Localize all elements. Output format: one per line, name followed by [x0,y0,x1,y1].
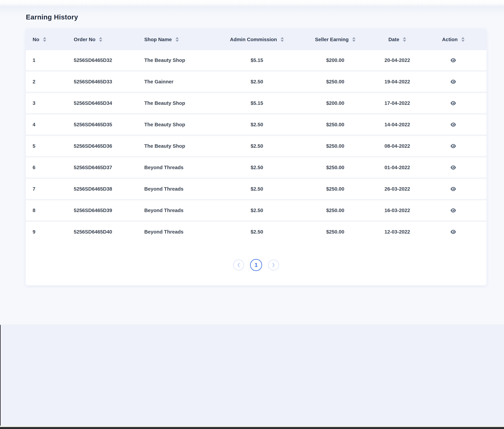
cell-order-no: 5256SD6465D38 [67,179,137,200]
cell-order-no: 5256SD6465D37 [67,157,137,179]
cell-order-no: 5256SD6465D32 [67,50,137,72]
column-header-action[interactable]: Action [420,29,486,50]
column-header-admin-commission[interactable]: Admin Commission [218,29,296,50]
earning-history-table: No Order No Shop Name Admin Commission S… [26,29,486,242]
cell-admin-commission: $2.50 [218,222,296,242]
table-row: 2 5256SD6465D33 The Gainner $2.50 $250.0… [26,72,486,93]
cell-date: 19-04-2022 [374,72,420,93]
cell-date: 26-03-2022 [374,179,420,200]
cell-order-no: 5256SD6465D40 [67,222,137,242]
cell-shop-name: Beyond Threads [137,222,218,242]
view-button[interactable] [448,163,458,172]
cell-date: 17-04-2022 [374,93,420,115]
view-button[interactable] [448,99,458,107]
cell-action [420,136,486,157]
table-row: 3 5256SD6465D34 The Beauty Shop $5.15 $2… [26,93,486,115]
horizontal-scrollbar-track[interactable] [0,426,504,427]
view-button[interactable] [448,77,458,86]
view-button[interactable] [448,56,458,64]
cell-no: 3 [26,93,67,115]
cell-no: 9 [26,222,67,242]
eye-icon [450,208,456,213]
cell-admin-commission: $5.15 [218,50,296,72]
cell-admin-commission: $2.50 [218,72,296,93]
next-page-button[interactable] [268,259,279,270]
eye-icon [450,101,456,106]
sort-icon[interactable] [281,37,284,42]
cell-no: 8 [26,200,67,222]
cell-action [420,72,486,93]
cell-order-no: 5256SD6465D33 [67,72,137,93]
column-header-no[interactable]: No [26,29,67,50]
cell-admin-commission: $2.50 [218,179,296,200]
table-row: 7 5256SD6465D38 Beyond Threads $2.50 $25… [26,179,486,200]
cell-seller-earning: $250.00 [296,222,374,242]
sort-icon[interactable] [43,37,46,42]
eye-icon [450,187,456,191]
table-row: 9 5256SD6465D40 Beyond Threads $2.50 $25… [26,222,486,242]
cell-shop-name: Beyond Threads [137,157,218,179]
cell-no: 2 [26,72,67,93]
cell-seller-earning: $250.00 [296,200,374,222]
table-row: 1 5256SD6465D32 The Beauty Shop $5.15 $2… [26,50,486,72]
cell-shop-name: Beyond Threads [137,200,218,222]
column-label: Order No [74,37,96,42]
eye-icon [450,58,456,63]
cell-date: 12-03-2022 [374,222,420,242]
cell-date: 20-04-2022 [374,50,420,72]
cell-date: 14-04-2022 [374,115,420,136]
cell-admin-commission: $2.50 [218,136,296,157]
window-left-edge [0,325,0,427]
cell-admin-commission: $2.50 [218,200,296,222]
sort-icon[interactable] [403,37,406,42]
cell-shop-name: The Beauty Shop [137,115,218,136]
table-row: 8 5256SD6465D39 Beyond Threads $2.50 $25… [26,200,486,222]
cell-admin-commission: $2.50 [218,157,296,179]
eye-icon [450,165,456,170]
view-button[interactable] [448,142,458,150]
table-row: 6 5256SD6465D37 Beyond Threads $2.50 $25… [26,157,486,179]
view-button[interactable] [448,120,458,129]
cell-action [420,222,486,242]
table-row: 4 5256SD6465D35 The Beauty Shop $2.50 $2… [26,115,486,136]
column-header-shop-name[interactable]: Shop Name [137,29,218,50]
sort-icon[interactable] [99,37,102,42]
table-header: No Order No Shop Name Admin Commission S… [26,29,486,50]
cell-seller-earning: $250.00 [296,72,374,93]
cell-no: 4 [26,115,67,136]
view-button[interactable] [448,228,458,236]
cell-shop-name: The Beauty Shop [137,50,218,72]
table-body: 1 5256SD6465D32 The Beauty Shop $5.15 $2… [26,50,486,242]
sort-icon[interactable] [176,37,179,42]
table-header-row: No Order No Shop Name Admin Commission S… [26,29,486,50]
cell-action [420,157,486,179]
cell-action [420,179,486,200]
cell-shop-name: Beyond Threads [137,179,218,200]
column-header-date[interactable]: Date [374,29,420,50]
view-button[interactable] [448,206,458,215]
cell-action [420,115,486,136]
column-header-seller-earning[interactable]: Seller Earning [296,29,374,50]
cell-shop-name: The Beauty Shop [137,93,218,115]
cell-seller-earning: $250.00 [296,179,374,200]
eye-icon [450,144,456,148]
view-button[interactable] [448,185,458,193]
column-label: Shop Name [144,37,172,42]
cell-no: 6 [26,157,67,179]
cell-seller-earning: $250.00 [296,157,374,179]
page-bottom-section [0,325,504,429]
eye-icon [450,79,456,84]
cell-shop-name: The Gainner [137,72,218,93]
table-row: 5 5256SD6465D36 The Beauty Shop $2.50 $2… [26,136,486,157]
page-number-button[interactable]: 1 [250,259,262,271]
eye-icon [450,122,456,127]
sort-icon[interactable] [461,37,465,42]
cell-seller-earning: $250.00 [296,115,374,136]
cell-order-no: 5256SD6465D39 [67,200,137,222]
sort-icon[interactable] [352,37,355,42]
column-header-order-no[interactable]: Order No [67,29,137,50]
cell-date: 01-04-2022 [374,157,420,179]
column-label: Date [389,37,399,42]
column-label: Admin Commission [230,37,277,42]
previous-page-button[interactable] [233,259,244,270]
